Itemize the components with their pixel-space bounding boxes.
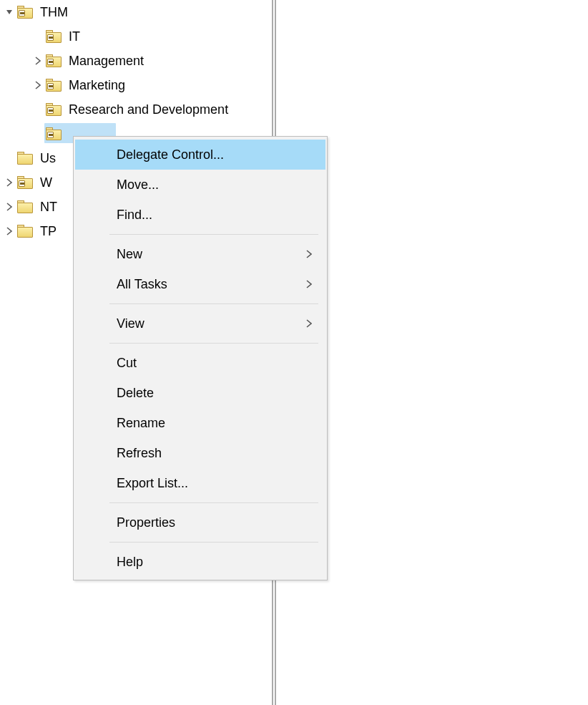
- menu-item-label: Move...: [117, 178, 313, 193]
- menu-item-label: New: [117, 247, 305, 262]
- tree-node-label: Management: [67, 54, 145, 69]
- ou-folder-icon: [46, 127, 62, 140]
- ou-folder-icon: [46, 30, 62, 43]
- menu-item-delete[interactable]: Delete: [75, 378, 325, 408]
- expand-placeholder: [33, 129, 43, 139]
- tree-node-marketing[interactable]: Marketing: [0, 73, 272, 97]
- chevron-down-icon[interactable]: [4, 7, 14, 17]
- menu-item-cut[interactable]: Cut: [75, 348, 325, 378]
- menu-item-label: Rename: [117, 416, 313, 431]
- chevron-right-icon[interactable]: [4, 226, 14, 236]
- menu-item-delegate-control[interactable]: Delegate Control...: [75, 140, 325, 170]
- tree-node-management[interactable]: Management: [0, 49, 272, 73]
- menu-item-label: Find...: [117, 208, 313, 223]
- folder-icon: [17, 225, 33, 238]
- tree-node-label: Marketing: [67, 78, 127, 93]
- chevron-right-icon[interactable]: [4, 202, 14, 212]
- tree-node-label: W: [39, 175, 54, 190]
- folder-icon: [17, 200, 33, 213]
- menu-item-label: View: [117, 316, 305, 331]
- tree-node-thm[interactable]: THM: [0, 0, 272, 24]
- menu-item-label: Refresh: [117, 446, 313, 461]
- tree-node-it[interactable]: IT: [0, 24, 272, 49]
- menu-item-help[interactable]: Help: [75, 547, 325, 577]
- menu-item-rename[interactable]: Rename: [75, 408, 325, 438]
- menu-item-find[interactable]: Find...: [75, 200, 325, 230]
- menu-item-label: Delete: [117, 386, 313, 401]
- chevron-right-icon[interactable]: [4, 178, 14, 188]
- expand-placeholder: [33, 104, 43, 115]
- menu-separator: [109, 502, 318, 503]
- tree-node-label: IT: [67, 29, 82, 44]
- ou-folder-icon: [17, 176, 33, 189]
- context-menu: Delegate Control... Move... Find... New …: [73, 136, 328, 580]
- menu-item-new[interactable]: New: [75, 239, 325, 269]
- tree-node-label: Research and Development: [67, 102, 230, 117]
- submenu-arrow-icon: [305, 280, 313, 288]
- submenu-arrow-icon: [305, 319, 313, 328]
- ou-folder-icon: [46, 103, 62, 116]
- menu-item-label: Properties: [117, 515, 313, 530]
- ou-folder-icon: [17, 6, 33, 19]
- tree-node-label: NT: [39, 200, 59, 215]
- menu-item-properties[interactable]: Properties: [75, 507, 325, 538]
- menu-item-all-tasks[interactable]: All Tasks: [75, 269, 325, 299]
- menu-item-view[interactable]: View: [75, 308, 325, 339]
- tree-node-label: TP: [39, 224, 58, 239]
- menu-separator: [109, 542, 318, 543]
- menu-separator: [109, 343, 318, 344]
- tree-node-rnd[interactable]: Research and Development: [0, 97, 272, 122]
- expand-placeholder: [33, 31, 43, 42]
- ou-folder-icon: [46, 54, 62, 67]
- menu-separator: [109, 303, 318, 304]
- menu-item-export-list[interactable]: Export List...: [75, 468, 325, 498]
- chevron-right-icon[interactable]: [33, 80, 43, 90]
- expand-placeholder: [4, 153, 14, 163]
- ou-folder-icon: [46, 79, 62, 92]
- menu-item-label: All Tasks: [117, 277, 305, 292]
- submenu-arrow-icon: [305, 250, 313, 258]
- tree-node-label: THM: [39, 5, 69, 20]
- chevron-right-icon[interactable]: [33, 56, 43, 66]
- menu-item-label: Export List...: [117, 476, 313, 491]
- menu-separator: [109, 234, 318, 235]
- menu-item-label: Cut: [117, 356, 313, 371]
- menu-item-move[interactable]: Move...: [75, 170, 325, 200]
- folder-icon: [17, 152, 33, 165]
- tree-node-label: Us: [39, 151, 57, 166]
- menu-item-label: Help: [117, 555, 313, 570]
- menu-item-label: Delegate Control...: [117, 147, 313, 162]
- menu-item-refresh[interactable]: Refresh: [75, 438, 325, 468]
